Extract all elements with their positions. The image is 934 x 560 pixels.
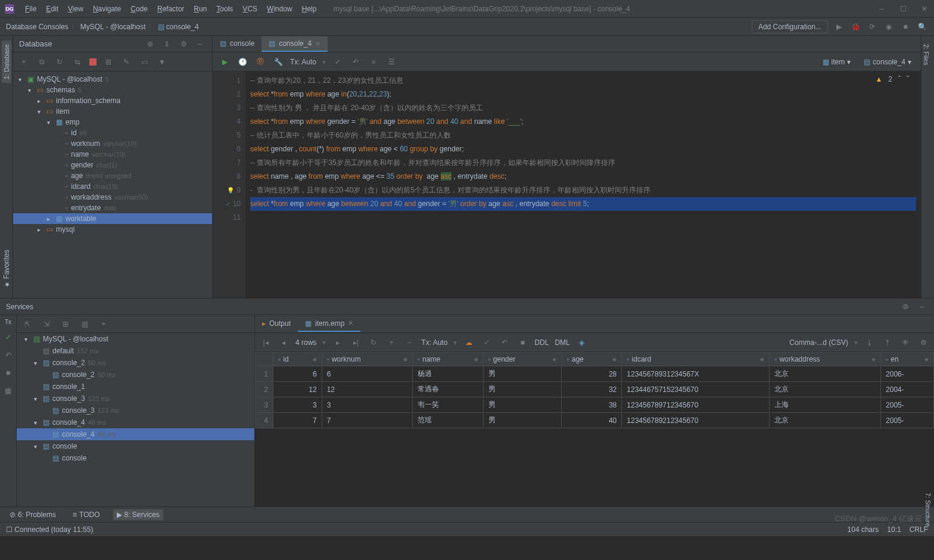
collapse-icon[interactable]: ⇕ <box>161 38 173 50</box>
maximize-button[interactable]: ☐ <box>898 4 908 14</box>
menu-vcs[interactable]: VCS <box>238 2 262 15</box>
tree-item[interactable]: ▾▭item <box>13 106 212 117</box>
services-tree[interactable]: ⇱ ⇲ ⊞ ▥ + ▾▤MySQL - @localhost▤default15… <box>17 315 255 506</box>
column-header[interactable]: ▫gender◆ <box>483 353 562 366</box>
menu-file[interactable]: File <box>20 2 41 15</box>
tree-item[interactable]: ▾▦emp <box>13 117 212 127</box>
menu-edit[interactable]: Edit <box>41 2 63 15</box>
schema-selector[interactable]: ▦ item ▾ <box>819 57 855 67</box>
editor-tab[interactable]: ▤console <box>213 36 261 52</box>
submit-icon[interactable]: ☁ <box>463 337 475 349</box>
commit-icon[interactable]: ✓ <box>481 337 493 349</box>
service-tree-item[interactable]: ▾▤MySQL - @localhost <box>17 333 254 345</box>
run-icon[interactable]: ▶ <box>833 21 845 33</box>
close-icon[interactable]: ✕ <box>315 40 320 48</box>
profile-icon[interactable]: ◉ <box>883 21 895 33</box>
menu-navigate[interactable]: Navigate <box>88 2 126 15</box>
tree-item[interactable]: ▫genderchar(1) <box>13 160 212 170</box>
column-header[interactable]: ▫worknum◆ <box>322 353 412 366</box>
menu-run[interactable]: Run <box>189 2 211 15</box>
prev-page-icon[interactable]: ◂ <box>278 337 289 349</box>
close-icon[interactable]: ✕ <box>348 319 353 327</box>
compare-icon[interactable]: ◈ <box>576 337 588 349</box>
tree-item[interactable]: ▫entrydatedate <box>13 203 212 213</box>
next-icon[interactable]: ˇ <box>907 75 909 83</box>
tx-mode[interactable]: Tx: Auto <box>421 338 447 347</box>
cancel-icon[interactable]: ■ <box>2 367 14 379</box>
menu-tools[interactable]: Tools <box>211 2 238 15</box>
reload-icon[interactable]: ↻ <box>368 337 379 349</box>
table-tab[interactable]: ▦item.emp✕ <box>298 316 360 332</box>
minimize-panel-icon[interactable]: ─ <box>194 38 206 50</box>
breadcrumb-item[interactable]: MySQL - @localhost <box>80 23 146 31</box>
export-format[interactable]: Comma-...d (CSV) <box>789 338 848 347</box>
duplicate-icon[interactable]: ⧉ <box>36 56 48 68</box>
minimize-button[interactable]: ─ <box>877 4 886 14</box>
session-selector[interactable]: ▤ console_4 ▾ <box>860 57 915 67</box>
download-icon[interactable]: ⭳ <box>864 337 876 349</box>
tx-icon[interactable]: Tx <box>5 319 11 325</box>
gear-icon[interactable]: ⚙ <box>178 38 189 50</box>
service-tree-item[interactable]: ▤console <box>17 452 254 464</box>
structure-tab[interactable]: 7: Structure <box>923 489 933 530</box>
table-row[interactable]: 166杨逍男2812345678931234567X北京2006- <box>256 366 934 382</box>
close-button[interactable]: ✕ <box>920 4 929 14</box>
stop-icon[interactable]: ■ <box>516 337 528 349</box>
services-tab[interactable]: ▶ 8: Services <box>113 509 163 520</box>
tree-item[interactable]: ▾▭schemas5 <box>13 85 212 95</box>
column-header[interactable]: ▫idcard◆ <box>622 353 770 366</box>
table-row[interactable]: 477范瑶男40123456789212345670北京2005- <box>256 413 934 428</box>
column-header[interactable]: ▫age◆ <box>562 353 622 366</box>
breadcrumb-item[interactable]: ▤ console_4 <box>158 23 199 31</box>
minimize-icon[interactable]: ─ <box>916 301 928 313</box>
menu-help[interactable]: Help <box>297 2 322 15</box>
stop-icon[interactable] <box>89 58 96 66</box>
editor-content[interactable]: 12345678💡9✓1011 -- 查询年龄为20，21，22，23岁的女性员… <box>213 71 921 298</box>
layout-icon[interactable]: ☰ <box>385 56 397 68</box>
tx-selector[interactable]: Tx: Auto <box>290 58 316 66</box>
remove-row-icon[interactable]: − <box>403 337 415 349</box>
menu-code[interactable]: Code <box>126 2 152 15</box>
next-page-icon[interactable]: ▸ <box>332 337 344 349</box>
sync-icon[interactable]: ⇆ <box>71 56 83 68</box>
tree-item[interactable]: ▾▣MySQL - @localhost5 <box>13 74 212 85</box>
column-header[interactable]: ▫id◆ <box>273 353 322 366</box>
target-icon[interactable]: ⊕ <box>144 38 156 50</box>
collapse-icon[interactable]: ⇲ <box>41 318 52 330</box>
rollback-icon[interactable]: ↶ <box>2 349 14 361</box>
add-icon[interactable]: + <box>98 318 110 330</box>
prev-icon[interactable]: ˆ <box>898 75 901 83</box>
last-page-icon[interactable]: ▸| <box>350 337 362 349</box>
breadcrumb-item[interactable]: Database Consoles <box>6 23 69 31</box>
problems-tab[interactable]: ⊘ 6: Problems <box>6 509 60 520</box>
column-header[interactable]: ▫en◆ <box>881 353 934 366</box>
result-grid[interactable]: ▫id◆▫worknum◆▫name◆▫gender◆▫age◆▫idcard◆… <box>255 352 934 506</box>
column-header[interactable]: ▫workaddress◆ <box>770 353 881 366</box>
explain-icon[interactable]: ⓟ <box>254 56 266 68</box>
add-icon[interactable]: + <box>18 56 30 68</box>
search-icon[interactable]: 🔍 <box>916 21 928 33</box>
tree-item[interactable]: ▫idint <box>13 127 212 138</box>
stop-icon[interactable]: ⟳ <box>866 21 878 33</box>
service-tree-item[interactable]: ▾▤console_250 ms <box>17 357 254 369</box>
edit-icon[interactable]: ✎ <box>120 56 132 68</box>
column-header[interactable]: ▫name◆ <box>412 353 483 366</box>
rollback-icon[interactable]: ↶ <box>350 56 362 68</box>
tree-item[interactable]: ▫agetinyint unsigned <box>13 170 212 181</box>
service-tree-item[interactable]: ▤console_250 ms <box>17 369 254 381</box>
tree-item[interactable]: ▸▦worktable <box>13 213 212 224</box>
layout-icon[interactable]: ▦ <box>2 385 14 397</box>
tree-item[interactable]: ▫workaddressvarchar(50) <box>13 192 212 203</box>
menu-refactor[interactable]: Refactor <box>152 2 189 15</box>
todo-tab[interactable]: ≡ TODO <box>69 509 103 520</box>
inspection-widget[interactable]: ▲ 2 ˆ ˇ <box>875 75 909 83</box>
database-tree[interactable]: ▾▣MySQL - @localhost5▾▭schemas5▸▭informa… <box>13 71 212 298</box>
first-page-icon[interactable]: |◂ <box>260 337 272 349</box>
tree-item[interactable]: ▫worknumvarchar(10) <box>13 138 212 149</box>
view-icon[interactable]: 👁 <box>899 337 911 349</box>
tree-item[interactable]: ▫idcardchar(18) <box>13 181 212 192</box>
debug-icon[interactable]: 🐞 <box>849 21 861 33</box>
commit-icon[interactable]: ✓ <box>332 56 344 68</box>
menu-window[interactable]: Window <box>262 2 297 15</box>
refresh-icon[interactable]: ↻ <box>54 56 66 68</box>
